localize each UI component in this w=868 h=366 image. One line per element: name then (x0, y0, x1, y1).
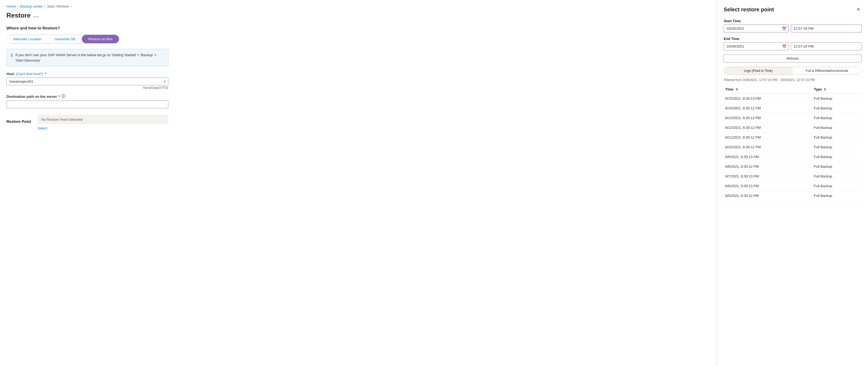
table-row[interactable]: 8/10/2021, 8:30:12 PMFull Backup (724, 142, 862, 152)
right-panel: Select restore point ✕ Start Time 📅 End … (717, 0, 868, 366)
dest-field-group: Destination path on the server * ⓘ (6, 94, 168, 108)
dest-path-input[interactable] (6, 101, 168, 108)
close-button[interactable]: ✕ (855, 5, 862, 13)
host-label-text: Host (6, 72, 14, 76)
end-time-row: End Time 📅 (724, 37, 862, 50)
table-row[interactable]: 8/6/2021, 8:30:13 PMFull Backup (724, 181, 862, 191)
panel-title: Select restore point (724, 6, 774, 13)
more-options-button[interactable]: ... (33, 12, 39, 19)
refresh-button[interactable]: Refresh (724, 55, 862, 62)
cell-type: Full Backup (812, 123, 862, 133)
table-row[interactable]: 8/14/2021, 8:30:12 PMFull Backup (724, 104, 862, 113)
table-row[interactable]: 8/7/2021, 8:30:13 PMFull Backup (724, 171, 862, 181)
start-date-input[interactable] (724, 25, 789, 32)
cell-type: Full Backup (812, 104, 862, 113)
page-title-container: Restore ... (6, 11, 710, 19)
select-restore-point-link[interactable]: Select (37, 126, 47, 130)
table-row[interactable]: 8/13/2021, 8:30:12 PMFull Backup (724, 113, 862, 123)
panel-header: Select restore point ✕ (724, 5, 862, 13)
type-sort-icon: ⇅ (824, 88, 826, 91)
cell-time: 8/5/2021, 8:30:12 PM (724, 191, 812, 201)
end-date-wrapper: 📅 (724, 43, 789, 50)
dest-required-mark: * (59, 94, 60, 98)
cell-time: 8/7/2021, 8:30:13 PM (724, 171, 812, 181)
info-text: If you don't see your SAP HANA Server in… (16, 52, 164, 63)
start-time-inputs: 📅 (724, 25, 862, 32)
cell-type: Full Backup (812, 142, 862, 152)
breadcrumb-current: Start: Restore (47, 4, 68, 8)
filter-text: Filtered from 3/30/2021, 12:57:24 PM - 1… (724, 78, 862, 82)
table-row[interactable]: 8/12/2021, 8:30:12 PMFull Backup (724, 123, 862, 133)
cell-time: 8/12/2021, 8:30:12 PM (724, 123, 812, 133)
host-field-label: Host (Can't find Host?) * (6, 72, 168, 76)
table-row[interactable]: 8/8/2021, 8:30:12 PMFull Backup (724, 162, 862, 171)
cell-time: 8/15/2021, 8:30:13 PM (724, 94, 812, 104)
start-time-input[interactable] (791, 25, 862, 32)
col-time[interactable]: Time ⇅ (724, 85, 812, 94)
cell-time: 8/9/2021, 8:30:13 PM (724, 152, 812, 162)
table-row[interactable]: 8/11/2021, 8:30:12 PMFull Backup (724, 133, 862, 142)
cell-time: 8/13/2021, 8:30:12 PM (724, 113, 812, 123)
breadcrumb-backup-center[interactable]: Backup center (20, 4, 43, 8)
tab-alternate-location[interactable]: Alternate Location (7, 35, 48, 43)
breadcrumb-home[interactable]: Home (6, 4, 16, 8)
tab-logs-point-in-time[interactable]: Logs (Point in Time) (724, 67, 793, 75)
table-row[interactable]: 8/9/2021, 8:30:13 PMFull Backup (724, 152, 862, 162)
host-hint: HanaSnapCVT01 (6, 86, 168, 90)
dest-info-icon[interactable]: ⓘ (62, 94, 65, 99)
toggle-tabs: Logs (Point in Time) Full & Differential… (724, 67, 862, 75)
cell-type: Full Backup (812, 181, 862, 191)
cell-type: Full Backup (812, 133, 862, 142)
end-date-input[interactable] (724, 43, 789, 50)
cell-type: Full Backup (812, 113, 862, 123)
breadcrumb-sep2: › (44, 4, 45, 8)
left-panel: Home › Backup center › Start: Restore › … (0, 0, 717, 366)
cell-time: 8/10/2021, 8:30:12 PM (724, 142, 812, 152)
host-cant-find-link[interactable]: (Can't find Host?) (16, 72, 43, 76)
restore-point-display: No Restore Point Selected (37, 115, 168, 124)
table-row[interactable]: 8/15/2021, 8:30:13 PMFull Backup (724, 94, 862, 104)
restore-tabs: Alternate Location Overwrite DB Restore … (6, 34, 119, 44)
col-type[interactable]: Type ⇅ (812, 85, 862, 94)
page-title: Restore (6, 11, 30, 19)
breadcrumb-sep1: › (18, 4, 19, 8)
host-select[interactable]: hanasnapcvt01 (6, 78, 168, 85)
start-date-wrapper: 📅 (724, 25, 789, 32)
tab-restore-as-files[interactable]: Restore as files (82, 35, 119, 43)
cell-time: 8/14/2021, 8:30:12 PM (724, 104, 812, 113)
end-time-label: End Time (724, 37, 862, 41)
table-body: 8/15/2021, 8:30:13 PMFull Backup8/14/202… (724, 94, 862, 201)
tab-overwrite-db[interactable]: Overwrite DB (48, 35, 82, 43)
table-row[interactable]: 8/5/2021, 8:30:12 PMFull Backup (724, 191, 862, 201)
breadcrumb: Home › Backup center › Start: Restore › (6, 4, 710, 8)
time-sort-icon: ⇅ (736, 88, 738, 91)
host-required-mark: * (45, 72, 46, 76)
cell-type: Full Backup (812, 94, 862, 104)
start-time-row: Start Time 📅 (724, 19, 862, 32)
start-time-label: Start Time (724, 19, 862, 23)
breadcrumb-sep3: › (70, 4, 71, 8)
dest-label-text: Destination path on the server (6, 94, 57, 98)
table-header: Time ⇅ Type ⇅ (724, 85, 862, 94)
cell-type: Full Backup (812, 152, 862, 162)
host-field-group: Host (Can't find Host?) * hanasnapcvt01 … (6, 72, 168, 90)
restore-point-label: Restore Point (6, 119, 31, 124)
end-time-inputs: 📅 (724, 43, 862, 50)
cell-type: Full Backup (812, 162, 862, 171)
end-time-input[interactable] (791, 43, 862, 50)
info-icon: ℹ (11, 53, 13, 58)
cell-type: Full Backup (812, 191, 862, 201)
restore-points-table: Time ⇅ Type ⇅ 8/15/2021, 8:30:13 PMFull … (724, 85, 862, 201)
cell-time: 8/8/2021, 8:30:12 PM (724, 162, 812, 171)
cell-time: 8/6/2021, 8:30:13 PM (724, 181, 812, 191)
host-select-wrapper: hanasnapcvt01 ▾ (6, 78, 168, 85)
info-box: ℹ If you don't see your SAP HANA Server … (6, 49, 168, 66)
tab-full-differential[interactable]: Full & Differential/Incremental (793, 67, 862, 75)
section-title: Where and how to Restore? (6, 26, 710, 30)
cell-type: Full Backup (812, 171, 862, 181)
dest-field-label: Destination path on the server * ⓘ (6, 94, 168, 99)
cell-time: 8/11/2021, 8:30:12 PM (724, 133, 812, 142)
restore-point-section: Restore Point No Restore Point Selected … (6, 115, 168, 130)
